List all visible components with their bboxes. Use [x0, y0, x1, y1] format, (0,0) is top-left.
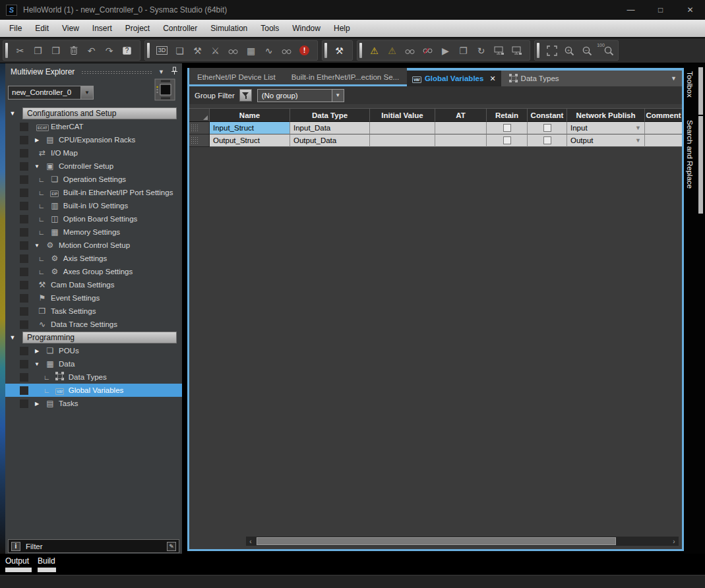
expand-arrow-icon[interactable]: ▼	[32, 163, 42, 169]
data-type-cell[interactable]: Output_Data	[290, 134, 370, 147]
compare-icon[interactable]: ❐	[454, 42, 472, 59]
tree-item-pous[interactable]: ▶❏POUs	[5, 344, 182, 357]
column-header-comment[interactable]: Comment	[645, 108, 682, 122]
expand-arrow-icon[interactable]: ▼	[8, 334, 17, 341]
tab-global-variables[interactable]: varGlobal Variables✕	[407, 71, 501, 86]
retain-cell[interactable]	[487, 122, 528, 134]
tab-ethernet-ip-device-list[interactable]: EtherNet/IP Device List	[189, 68, 284, 86]
data-type-cell[interactable]: Input_Data	[290, 122, 370, 134]
expand-arrow-icon[interactable]: ▼	[32, 361, 42, 367]
tree-item-cpu-expansion-racks[interactable]: ▶▤CPU/Expansion Racks	[5, 133, 182, 146]
menu-view[interactable]: View	[55, 20, 86, 38]
expand-arrow-icon[interactable]: ▶	[32, 137, 42, 143]
column-header-initial-value[interactable]: Initial Value	[370, 108, 435, 122]
column-header-constant[interactable]: Constant	[528, 108, 567, 122]
toolbar-grip[interactable]	[537, 43, 539, 58]
tab-close-icon[interactable]: ✕	[489, 74, 495, 83]
copy-icon[interactable]: ❐	[29, 42, 47, 59]
monitor-glasses-icon[interactable]	[401, 42, 419, 59]
constant-checkbox[interactable]	[543, 124, 551, 132]
toolbar-grip[interactable]	[5, 43, 8, 58]
panel-tab-search-and-replace[interactable]: Search and Replace	[684, 116, 705, 214]
tree-item-operation-settings[interactable]: ∟❏Operation Settings	[5, 173, 182, 186]
window-layout-icon[interactable]: ❏	[171, 42, 189, 59]
network-publish-select[interactable]: Output▼	[567, 134, 645, 147]
setup-tool-icon[interactable]: ⚒	[330, 42, 348, 59]
tree-item-data-types[interactable]: ∟Data Types	[5, 370, 182, 384]
menu-simulation[interactable]: Simulation	[204, 20, 254, 38]
filter-bar[interactable]: i Filter ✎	[8, 539, 179, 553]
3d-view-icon[interactable]: 3D	[153, 42, 171, 59]
tree-item-cam-data-settings[interactable]: ⚒Cam Data Settings	[5, 278, 182, 291]
horizontal-scrollbar[interactable]: ‹ ›	[246, 537, 679, 546]
fit-zoom-icon[interactable]	[543, 42, 561, 59]
bottom-tab-output[interactable]: Output	[5, 556, 29, 566]
retain-cell[interactable]	[487, 134, 528, 147]
minimize-button[interactable]: —	[616, 0, 646, 20]
panel-tab-toolbox[interactable]: Toolbox	[684, 67, 705, 115]
name-cell[interactable]: Output_Struct	[210, 134, 290, 147]
group-filter-select[interactable]: (No group) ▼	[257, 89, 344, 102]
edit-filter-icon[interactable]: ✎	[167, 542, 176, 551]
redo-icon[interactable]: ↷	[100, 42, 118, 59]
search-icon[interactable]	[278, 42, 295, 59]
chevron-down-icon[interactable]: ▼	[635, 137, 641, 144]
retain-checkbox[interactable]	[503, 136, 511, 144]
synchronize-icon[interactable]: ▶	[437, 42, 454, 59]
tree-item-option-board-settings[interactable]: ∟◫Option Board Settings	[5, 212, 182, 225]
tab-data-types[interactable]: Data Types	[501, 71, 567, 86]
tree-item-memory-settings[interactable]: ∟▦Memory Settings	[5, 225, 182, 239]
watch-table-icon[interactable]: ▦	[242, 42, 260, 59]
column-header-data-type[interactable]: Data Type	[290, 108, 370, 122]
menu-file[interactable]: File	[3, 20, 28, 38]
tree-item-built-in-ethernet-ip-port-settings[interactable]: ∟EIPBuilt-in EtherNet/IP Port Settings	[5, 186, 182, 199]
constant-cell[interactable]	[528, 134, 567, 147]
at-cell[interactable]	[435, 134, 487, 147]
tree-item-controller-setup[interactable]: ▼▣Controller Setup	[5, 160, 182, 173]
chevron-down-icon[interactable]: ▼	[635, 125, 641, 131]
menu-project[interactable]: Project	[119, 20, 156, 38]
tree-item-data-trace-settings[interactable]: ∿Data Trace Settings	[5, 318, 182, 331]
name-cell[interactable]: Input_Struct	[210, 122, 290, 134]
toolbar-grip[interactable]	[359, 43, 362, 58]
column-header-at[interactable]: AT	[435, 108, 487, 122]
column-header-name[interactable]: Name	[210, 108, 290, 122]
tree-item-i-o-map[interactable]: ⇄I/O Map	[5, 146, 182, 160]
paste-icon[interactable]: ❒	[47, 42, 65, 59]
tree-item-event-settings[interactable]: ⚑Event Settings	[5, 291, 182, 305]
zoom-100-icon[interactable]: 100	[596, 42, 614, 59]
controller-selector[interactable]: new_Controller_0 ▼	[8, 86, 94, 100]
transfer-from-controller-icon[interactable]	[508, 42, 526, 59]
rebuild-icon[interactable]: ⚔	[206, 42, 224, 59]
initial-value-cell[interactable]	[370, 134, 435, 147]
expand-arrow-icon[interactable]: ▶	[32, 348, 42, 354]
row-handle[interactable]	[189, 134, 210, 147]
table-corner-cell[interactable]	[189, 108, 210, 122]
scroll-left-icon[interactable]: ‹	[246, 537, 255, 546]
menu-insert[interactable]: Insert	[86, 20, 119, 38]
tree-item-ethercat[interactable]: ECATEtherCAT	[5, 120, 182, 133]
menu-window[interactable]: Window	[286, 20, 327, 38]
tree-item-data[interactable]: ▼▦Data	[5, 357, 182, 370]
refresh-icon[interactable]: ↻	[472, 42, 490, 59]
tree-item-built-in-i-o-settings[interactable]: ∟▥Built-in I/O Settings	[5, 199, 182, 212]
help-icon[interactable]: ?	[118, 42, 136, 59]
constant-checkbox[interactable]	[543, 136, 551, 144]
chevron-down-icon[interactable]: ▼	[158, 69, 164, 75]
expand-arrow-icon[interactable]: ▼	[8, 110, 17, 117]
retain-checkbox[interactable]	[503, 124, 511, 132]
undo-icon[interactable]: ↶	[82, 42, 100, 59]
menu-tools[interactable]: Tools	[254, 20, 286, 38]
cut-icon[interactable]: ✂	[11, 42, 29, 59]
menu-controller[interactable]: Controller	[156, 20, 204, 38]
tree-section-configurations-and-setup[interactable]: ▼Configurations and Setup	[5, 107, 182, 120]
toolbar-grip[interactable]	[147, 43, 150, 58]
tab-list-chevron-icon[interactable]: ▼	[671, 75, 677, 82]
tree-item-motion-control-setup[interactable]: ▼⚙Motion Control Setup	[5, 239, 182, 252]
transfer-to-controller-icon[interactable]	[490, 42, 508, 59]
column-header-retain[interactable]: Retain	[487, 108, 528, 122]
tree-section-programming[interactable]: ▼Programming	[5, 331, 182, 344]
column-header-network-publish[interactable]: Network Publish	[567, 108, 645, 122]
filter-funnel-icon[interactable]	[239, 89, 252, 102]
maximize-button[interactable]: □	[646, 0, 675, 20]
